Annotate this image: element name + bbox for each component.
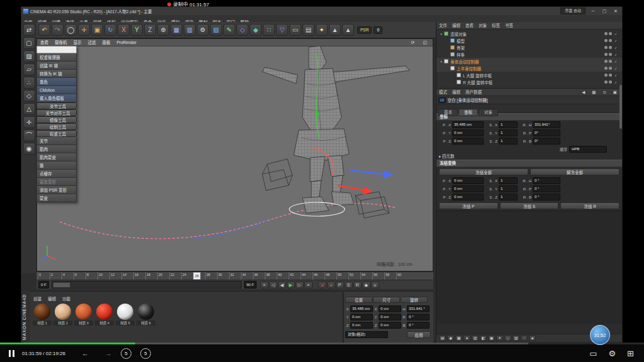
rotation-order-dropdown[interactable]: HPB — [569, 146, 607, 153]
panel-strip-icon[interactable]: ▣ — [488, 335, 495, 341]
material-item[interactable]: 材质 1 — [33, 303, 52, 326]
object-manager-menu-item[interactable]: 编辑 — [450, 22, 463, 29]
object-tree-row[interactable]: ▾连接对象✓ — [436, 30, 622, 37]
minimize-button[interactable]: ─ — [589, 9, 597, 13]
snap-icon[interactable]: ⌒ — [23, 129, 35, 141]
timeline-tick[interactable]: 8 — [86, 272, 89, 280]
timeline-tick[interactable]: 0 — [38, 272, 41, 280]
attribute-value-field[interactable]: 1 — [499, 121, 518, 128]
preset-search-field[interactable] — [36, 46, 77, 53]
visibility-dot-top[interactable] — [604, 32, 608, 35]
expand-arrow-icon[interactable]: ▾ — [439, 60, 443, 63]
edges-mode-icon[interactable]: ◇ — [23, 90, 35, 102]
lock-workplane-icon[interactable]: ◉ — [23, 143, 35, 155]
visibility-dot-bottom[interactable] — [609, 39, 612, 42]
psr-value-chip[interactable]: 0 — [374, 26, 382, 34]
object-manager-menu-item[interactable]: 书签 — [502, 22, 516, 29]
attribute-value-field[interactable]: 0 ° — [533, 177, 560, 184]
prev-video-button[interactable]: ← — [82, 349, 89, 357]
mograph-icon[interactable]: ∷ — [263, 24, 275, 36]
light-icon[interactable]: ✦ — [316, 24, 328, 36]
visibility-dot-top[interactable] — [604, 53, 608, 56]
z-axis-lock[interactable]: Z — [144, 24, 156, 36]
next-frame-button[interactable]: ▷ — [296, 282, 304, 288]
attribute-value-field[interactable]: 35.485 cm — [452, 121, 484, 128]
attribute-tab[interactable]: 坐标 — [458, 109, 478, 116]
maximize-button[interactable]: ▢ — [601, 9, 608, 14]
timeline-tick[interactable]: 56 — [372, 272, 377, 280]
motion-path-spline[interactable] — [60, 204, 397, 239]
character-menu-item[interactable]: 肌肉蒙皮 — [36, 153, 77, 162]
timeline-tick[interactable]: 50 — [336, 272, 341, 280]
material-item[interactable]: 材质 6 — [136, 303, 155, 326]
character-menu-item[interactable]: 肌肉 — [36, 145, 77, 153]
coordinate-column-header[interactable]: 位置 — [345, 297, 372, 303]
subdivision-surface-icon[interactable]: ◇ — [236, 24, 248, 36]
panel-strip-icon[interactable]: ▦ — [455, 335, 462, 341]
attribute-object-row[interactable]: L0 空白 [身体运动控制器] — [436, 96, 622, 104]
timeline-playhead[interactable]: 26 — [193, 272, 201, 280]
motion-path-selected-segment[interactable] — [192, 221, 267, 239]
object-tree-row[interactable]: 模型✓ — [436, 37, 622, 44]
panel-strip-icon[interactable]: ◆ — [447, 335, 454, 341]
character-menu-item[interactable]: 簇 — [36, 162, 77, 170]
visibility-dot-bottom[interactable] — [609, 60, 612, 63]
timeline-tick[interactable]: 42 — [289, 272, 294, 280]
freeze-section-header[interactable]: 冻结变换 — [436, 160, 622, 167]
window-titlebar[interactable]: CINEMA 4D R20.059 Studio (RC - R20) - [A… — [21, 7, 622, 15]
attribute-value-field[interactable]: 0 cm — [452, 185, 484, 192]
unfreeze-all-button[interactable]: 解冻全部 — [530, 168, 619, 175]
layout-dropdown[interactable]: 界面 启动 — [560, 8, 586, 14]
coordinate-value-field[interactable]: 0 cm — [379, 322, 401, 329]
render-picture-viewer-icon[interactable]: ▥ — [184, 24, 196, 36]
panel-strip-icon[interactable]: ▥ — [472, 335, 479, 341]
coordinate-column-header[interactable]: 尺寸 — [373, 297, 400, 303]
panel-strip-icon[interactable]: ▫ — [521, 335, 528, 341]
viewport-menu-item[interactable]: 摄像机 — [52, 39, 70, 46]
attribute-value-field[interactable]: 1 — [499, 194, 518, 200]
timeline-tick[interactable]: 30 — [217, 272, 222, 280]
danmaku-toggle-icon[interactable]: ▭ — [589, 349, 597, 358]
character-menu-item[interactable]: 关节工具 — [36, 102, 77, 109]
prev-key-button[interactable]: ◁ — [269, 282, 277, 288]
live-selection-icon[interactable]: ◯ — [65, 24, 77, 36]
attribute-manager-menu-item[interactable]: 编辑 — [450, 89, 463, 96]
material-manager-menu-item[interactable]: 功能 — [59, 296, 74, 302]
enable-check-icon[interactable]: ✓ — [613, 32, 618, 36]
panel-strip-icon[interactable]: ◈ — [529, 335, 536, 341]
attribute-manager-side-icon[interactable]: ◀ — [579, 89, 587, 96]
current-frame-field[interactable]: 0 F — [38, 281, 49, 288]
object-manager-menu-item[interactable]: 对象 — [476, 22, 489, 29]
attribute-value-field[interactable]: 331.641° — [533, 121, 560, 128]
panel-strip-icon[interactable]: ▤ — [439, 335, 446, 341]
scale-tool-icon[interactable]: ▣ — [91, 24, 103, 36]
attribute-value-field[interactable]: 0 cm — [452, 194, 484, 200]
make-editable-icon[interactable]: ⇄ — [23, 24, 35, 36]
x-axis-lock[interactable]: X — [118, 24, 130, 36]
expand-arrow-icon[interactable]: ▾ — [439, 32, 443, 36]
prev-frame-button[interactable]: ◀ — [278, 282, 286, 288]
panel-toggle-icon[interactable]: ▲ — [342, 24, 354, 36]
timeline-tick[interactable]: 48 — [325, 272, 330, 280]
enable-check-icon[interactable]: ✓ — [613, 80, 618, 84]
visibility-dot-top[interactable] — [604, 39, 608, 42]
move-tool-icon[interactable]: ✛ — [78, 24, 90, 36]
timeline-tick[interactable]: 44 — [301, 272, 306, 280]
attribute-value-field[interactable]: 0 cm — [452, 129, 484, 136]
attribute-tab[interactable]: 对象 — [479, 109, 498, 116]
attribute-manager-side-icon[interactable]: ▦ — [589, 89, 598, 96]
play-button[interactable]: ▶ — [287, 282, 295, 288]
model-mode-icon[interactable]: ▢ — [23, 37, 35, 49]
timeline-tick[interactable]: 24 — [181, 272, 186, 280]
viewport-menu-item[interactable]: 过滤 — [85, 39, 99, 46]
coordinate-value-field[interactable]: 0 ° — [407, 322, 430, 329]
object-tree-row[interactable]: R 大腿 旋转中枢✓ — [436, 79, 622, 85]
character-menu-item[interactable]: 载入角色模板 — [36, 94, 77, 102]
object-tree-row[interactable]: 骨架✓ — [436, 44, 622, 51]
workplane-icon[interactable]: ▱ — [23, 63, 35, 75]
attribute-value-field[interactable]: 1 — [499, 129, 518, 136]
attribute-value-field[interactable]: 0° — [533, 138, 560, 145]
texture-mode-icon[interactable]: ▨ — [23, 50, 35, 62]
render-view-icon[interactable]: ▦ — [170, 24, 182, 36]
enable-check-icon[interactable]: ✓ — [613, 39, 618, 43]
